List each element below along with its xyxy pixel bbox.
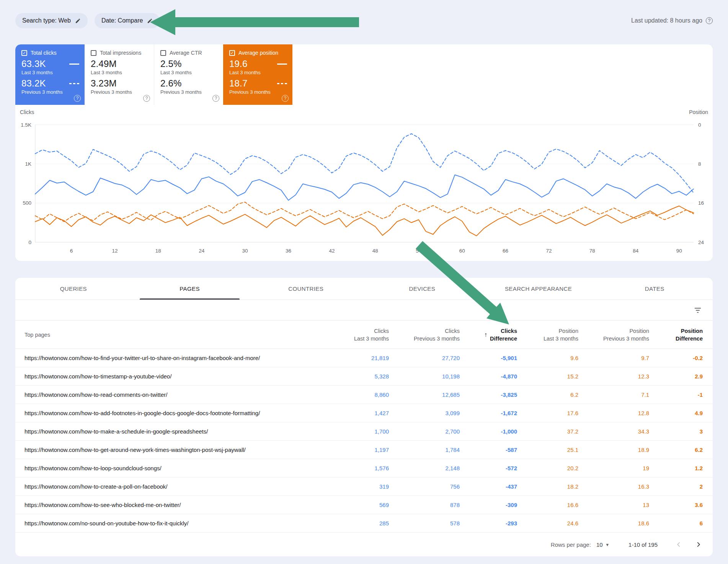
svg-text:8: 8 bbox=[698, 161, 701, 167]
metric-card-average-ctr[interactable]: Average CTR2.5%Last 3 months2.6%Previous… bbox=[154, 44, 223, 105]
position-last-3-months-value: 16.6 bbox=[517, 502, 578, 508]
filter-icon[interactable] bbox=[694, 306, 702, 315]
svg-text:54: 54 bbox=[416, 248, 422, 254]
dimension-tabs: QUERIESPAGESCOUNTRIESDEVICESSEARCH APPEA… bbox=[15, 278, 713, 300]
svg-text:60: 60 bbox=[459, 248, 465, 254]
help-icon[interactable]: ? bbox=[282, 95, 289, 102]
dashed-line-indicator-icon bbox=[69, 83, 79, 84]
unchecked-checkbox-icon[interactable] bbox=[91, 50, 96, 56]
edit-pencil-icon bbox=[75, 18, 81, 24]
clicks-last-3-months-value: 1,427 bbox=[314, 410, 389, 416]
dashed-line-indicator-icon bbox=[277, 83, 287, 84]
position-last-3-months-value: 9.6 bbox=[517, 355, 578, 361]
position-last-3-months-value: 25.1 bbox=[517, 447, 578, 453]
table-row[interactable]: https://howtonow.com/how-to-add-footnote… bbox=[15, 404, 713, 422]
date-filter-chip[interactable]: Date: Compare bbox=[95, 13, 160, 28]
rows-per-page-value: 10 bbox=[596, 541, 603, 548]
table-row[interactable]: https://howtonow.com/how-to-create-a-pol… bbox=[15, 478, 713, 496]
tab-queries[interactable]: QUERIES bbox=[15, 278, 132, 300]
table-header: Top pages ClicksLast 3 months ClicksPrev… bbox=[15, 321, 713, 349]
rows-per-page-select[interactable]: 10 ▾ bbox=[596, 541, 609, 548]
next-page-button[interactable] bbox=[694, 540, 703, 549]
metric-period-current: Last 3 months bbox=[160, 70, 218, 75]
unchecked-checkbox-icon[interactable] bbox=[160, 50, 166, 56]
page-url-link[interactable]: https://howtonow.com/how-to-find-your-tw… bbox=[24, 355, 314, 361]
clicks-previous-3-months-value: 878 bbox=[389, 502, 460, 508]
column-header-position-previous-3-months[interactable]: PositionPrevious 3 months bbox=[578, 327, 649, 342]
previous-page-button[interactable] bbox=[674, 540, 683, 549]
clicks-last-3-months-value: 8,860 bbox=[314, 391, 389, 398]
clicks-difference-value: -437 bbox=[460, 483, 517, 490]
metric-card-average-position[interactable]: ✓Average position19.6Last 3 months18.7Pr… bbox=[223, 44, 292, 105]
metric-card-total-impressions[interactable]: Total impressions2.49MLast 3 months3.23M… bbox=[85, 44, 154, 105]
page-url-link[interactable]: https://howtonow.com/how-to-get-around-n… bbox=[24, 447, 314, 453]
page-url-link[interactable]: https://howtonow.com/how-to-see-who-bloc… bbox=[24, 502, 314, 508]
clicks-difference-value: -1,672 bbox=[460, 410, 517, 416]
metric-period-current: Last 3 months bbox=[229, 70, 287, 75]
table-row[interactable]: https://howtonow.com/how-to-see-who-bloc… bbox=[15, 496, 713, 514]
help-icon[interactable]: ? bbox=[74, 95, 81, 102]
tab-search-appearance[interactable]: SEARCH APPEARANCE bbox=[480, 278, 597, 300]
clicks-difference-value: -3,825 bbox=[460, 391, 517, 398]
metric-card-total-clicks[interactable]: ✓Total clicks63.3KLast 3 months83.2KPrev… bbox=[15, 44, 85, 105]
column-header-position-last-3-months[interactable]: PositionLast 3 months bbox=[517, 327, 578, 342]
table-row[interactable]: https://howtonow.com/how-to-make-a-sched… bbox=[15, 422, 713, 441]
metric-period-previous: Previous 3 months bbox=[91, 89, 149, 95]
page-url-link[interactable]: https://howtonow.com/how-to-timestamp-a-… bbox=[24, 373, 314, 380]
position-last-3-months-value: 18.2 bbox=[517, 483, 578, 490]
help-icon[interactable]: ? bbox=[143, 95, 150, 102]
position-last-3-months-value: 15.2 bbox=[517, 373, 578, 380]
performance-chart[interactable]: 1.5K1K5000081624ClicksPosition6121824303… bbox=[15, 105, 713, 258]
page-url-link[interactable]: https://howtonow.com/how-to-loop-soundcl… bbox=[24, 465, 314, 471]
tab-countries[interactable]: COUNTRIES bbox=[248, 278, 364, 300]
help-icon[interactable]: ? bbox=[212, 95, 219, 102]
page-url-link[interactable]: https://howtonow.com/how-to-add-footnote… bbox=[24, 410, 314, 416]
position-last-3-months-value: 17.6 bbox=[517, 410, 578, 416]
last-updated: Last updated: 8 hours ago ? bbox=[631, 17, 713, 24]
dropdown-caret-icon: ▾ bbox=[606, 542, 609, 548]
tab-pages[interactable]: PAGES bbox=[132, 278, 248, 300]
metric-label: Total clicks bbox=[31, 50, 57, 56]
tab-dates[interactable]: DATES bbox=[596, 278, 713, 300]
solid-line-indicator-icon bbox=[69, 64, 79, 65]
position-previous-3-months-value: 19 bbox=[578, 465, 649, 471]
position-difference-value: -0.2 bbox=[649, 355, 703, 361]
dimensions-table-panel: QUERIESPAGESCOUNTRIESDEVICESSEARCH APPEA… bbox=[15, 278, 713, 556]
table-body: https://howtonow.com/how-to-find-your-tw… bbox=[15, 349, 713, 533]
page-url-link[interactable]: https://howtonow.com/how-to-make-a-sched… bbox=[24, 428, 314, 435]
position-last-3-months-value: 20.2 bbox=[517, 465, 578, 471]
column-header-clicks-last-3-months[interactable]: ClicksLast 3 months bbox=[314, 327, 389, 342]
column-header-clicks-previous-3-months[interactable]: ClicksPrevious 3 months bbox=[389, 327, 460, 342]
search-type-filter-chip[interactable]: Search type: Web bbox=[15, 13, 88, 28]
position-difference-value: 3 bbox=[649, 428, 703, 435]
table-row[interactable]: https://howtonow.com/how-to-timestamp-a-… bbox=[15, 367, 713, 386]
position-previous-3-months-value: 12.8 bbox=[578, 410, 649, 416]
help-icon[interactable]: ? bbox=[706, 17, 713, 24]
chart-series-clicks-last-3-months bbox=[35, 175, 694, 200]
checked-checkbox-icon[interactable]: ✓ bbox=[21, 50, 27, 56]
column-header-position-difference[interactable]: PositionDifference bbox=[649, 327, 703, 342]
sort-ascending-icon: ↑ bbox=[484, 331, 487, 338]
table-row[interactable]: https://howtonow.com/no-sound-on-youtube… bbox=[15, 514, 713, 533]
svg-text:84: 84 bbox=[633, 248, 639, 254]
checked-checkbox-icon[interactable]: ✓ bbox=[229, 50, 235, 56]
last-updated-text: Last updated: 8 hours ago bbox=[631, 17, 702, 24]
solid-line-indicator-icon bbox=[277, 64, 287, 65]
tab-devices[interactable]: DEVICES bbox=[364, 278, 480, 300]
metric-period-current: Last 3 months bbox=[21, 70, 79, 75]
svg-text:500: 500 bbox=[23, 200, 31, 206]
table-row[interactable]: https://howtonow.com/how-to-get-around-n… bbox=[15, 441, 713, 459]
page-url-link[interactable]: https://howtonow.com/no-sound-on-youtube… bbox=[24, 520, 314, 527]
clicks-previous-3-months-value: 10,198 bbox=[389, 373, 460, 380]
position-difference-value: 4.9 bbox=[649, 410, 703, 416]
page-url-link[interactable]: https://howtonow.com/how-to-read-comment… bbox=[24, 391, 314, 398]
metric-value-previous: 3.23M bbox=[91, 78, 117, 89]
page-url-link[interactable]: https://howtonow.com/how-to-create-a-pol… bbox=[24, 483, 314, 490]
svg-text:0: 0 bbox=[28, 240, 31, 245]
column-header-top-pages[interactable]: Top pages bbox=[24, 332, 314, 338]
table-row[interactable]: https://howtonow.com/how-to-read-comment… bbox=[15, 386, 713, 404]
table-row[interactable]: https://howtonow.com/how-to-loop-soundcl… bbox=[15, 459, 713, 478]
table-row[interactable]: https://howtonow.com/how-to-find-your-tw… bbox=[15, 349, 713, 367]
metric-value-previous: 83.2K bbox=[21, 78, 46, 89]
column-header-clicks-difference[interactable]: ↑ ClicksDifference bbox=[460, 327, 517, 342]
